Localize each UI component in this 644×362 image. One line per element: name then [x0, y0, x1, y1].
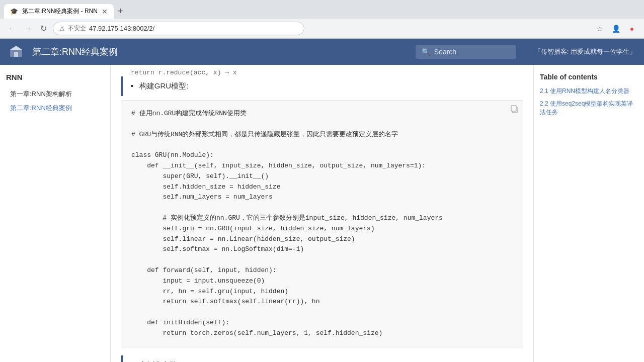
sidebar: RNN 第一章:RNN架构解析 第二章:RNN经典案例: [0, 65, 111, 362]
new-tab-button[interactable]: +: [114, 4, 127, 19]
search-input-text: Search: [434, 48, 456, 56]
gru-section-label: 构建GRU模型:: [139, 81, 189, 90]
browser-chrome: 🎓 第二章:RNN经典案例 - RNN ✕ + ← → ↻ ⚠ 不安全 47.9…: [0, 0, 644, 39]
tab-close-button[interactable]: ✕: [102, 8, 108, 16]
app-body: RNN 第一章:RNN架构解析 第二章:RNN经典案例 return r.red…: [0, 65, 644, 362]
active-tab[interactable]: 🎓 第二章:RNN经典案例 - RNN ✕: [4, 4, 114, 19]
forward-button[interactable]: →: [22, 22, 34, 35]
svg-marker-1: [10, 46, 22, 50]
address-bar: ← → ↻ ⚠ 不安全 47.92.175.143:8002/2/ ☆ 👤 ●: [0, 19, 644, 38]
toc-item-2[interactable]: 2.2 使用seq2seq模型架构实现英译法任务: [540, 100, 638, 117]
toc-item-1[interactable]: 2.1 使用RNN模型构建人名分类器: [540, 87, 638, 96]
svg-rect-4: [511, 106, 516, 111]
params-section-header: • 实例化参数:: [121, 355, 523, 362]
sidebar-item-chapter1[interactable]: 第一章:RNN架构解析: [6, 87, 104, 101]
header-title: 第二章:RNN经典案例: [32, 46, 118, 58]
main-content: return r.reduce(acc, x) → x • 构建GRU模型:: [111, 65, 533, 362]
gru-code-block-wrapper: # 使用nn.GRU构建完成传统RNN使用类 # GRU与传统RNN的外部形式相…: [121, 100, 523, 347]
insecure-icon: ⚠: [59, 25, 65, 32]
bookmark-icon[interactable]: ☆: [594, 23, 606, 35]
app-header: 第二章:RNN经典案例 🔍 Search 「传智播客: 用爱成就每一位学生」: [0, 39, 644, 65]
params-bullet-content: • 实例化参数:: [123, 355, 187, 362]
svg-rect-2: [14, 52, 18, 57]
account-icon[interactable]: 👤: [610, 23, 622, 35]
params-section-label: 实例化参数:: [139, 360, 179, 362]
bullet-content: • 构建GRU模型:: [123, 76, 196, 96]
copy-icon: [510, 105, 519, 114]
gru-code: # 使用nn.GRU构建完成传统RNN使用类 # GRU与传统RNN的外部形式相…: [121, 101, 523, 347]
copy-code-button[interactable]: [510, 105, 519, 115]
sidebar-item-chapter2[interactable]: 第二章:RNN经典案例: [6, 102, 104, 115]
gru-section-header: • 构建GRU模型:: [121, 76, 523, 96]
partial-top-code: return r.reduce(acc, x) → x: [121, 65, 523, 76]
sidebar-section-title: RNN: [6, 73, 104, 81]
search-icon: 🔍: [422, 48, 430, 56]
content-inner: return r.reduce(acc, x) → x • 构建GRU模型:: [111, 65, 533, 362]
insecure-label: 不安全: [68, 24, 86, 33]
toc-panel: Table of contents 2.1 使用RNN模型构建人名分类器 2.2…: [533, 65, 644, 362]
header-search[interactable]: 🔍 Search: [416, 45, 516, 59]
reload-button[interactable]: ↻: [38, 22, 49, 35]
address-text: 47.92.175.143:8002/2/: [89, 25, 154, 32]
back-button[interactable]: ←: [6, 22, 18, 35]
tab-bar: 🎓 第二章:RNN经典案例 - RNN ✕ +: [0, 0, 644, 19]
tab-favicon: 🎓: [10, 8, 18, 16]
logo-icon: [9, 45, 23, 59]
tab-title: 第二章:RNN经典案例 - RNN: [22, 7, 98, 16]
header-user-text: 「传智播客: 用爱成就每一位学生」: [534, 47, 636, 56]
header-logo[interactable]: [8, 44, 24, 60]
toc-title: Table of contents: [540, 73, 638, 81]
extension-icon[interactable]: ●: [626, 23, 638, 35]
toolbar-icons: ☆ 👤 ●: [594, 23, 638, 35]
address-input[interactable]: ⚠ 不安全 47.92.175.143:8002/2/: [53, 22, 304, 35]
